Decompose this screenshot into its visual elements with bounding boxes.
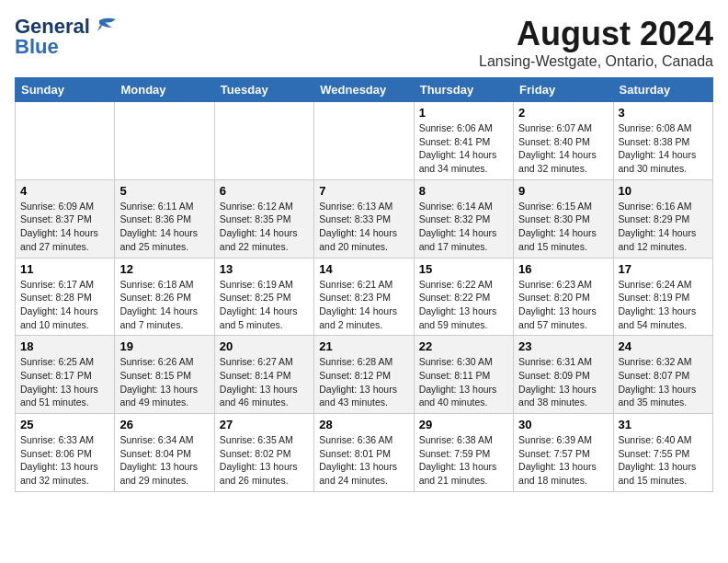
calendar-week-row: 4Sunrise: 6:09 AM Sunset: 8:37 PM Daylig… <box>16 179 713 258</box>
calendar-day-cell: 29Sunrise: 6:38 AM Sunset: 7:59 PM Dayli… <box>414 414 513 492</box>
day-info: Sunrise: 6:17 AM Sunset: 8:28 PM Dayligh… <box>20 278 109 332</box>
day-info: Sunrise: 6:25 AM Sunset: 8:17 PM Dayligh… <box>20 355 109 409</box>
day-number: 23 <box>518 339 608 353</box>
day-info: Sunrise: 6:38 AM Sunset: 7:59 PM Dayligh… <box>419 433 508 488</box>
day-number: 12 <box>119 262 209 276</box>
calendar-day-cell: 11Sunrise: 6:17 AM Sunset: 8:28 PM Dayli… <box>16 258 115 336</box>
calendar-day-cell <box>16 102 115 180</box>
day-number: 27 <box>220 418 309 431</box>
calendar-day-cell: 23Sunrise: 6:31 AM Sunset: 8:09 PM Dayli… <box>514 336 613 414</box>
calendar-day-cell: 25Sunrise: 6:33 AM Sunset: 8:06 PM Dayli… <box>16 414 115 492</box>
calendar-day-cell: 28Sunrise: 6:36 AM Sunset: 8:01 PM Dayli… <box>314 414 414 492</box>
calendar-day-cell: 2Sunrise: 6:07 AM Sunset: 8:40 PM Daylig… <box>514 102 613 180</box>
day-info: Sunrise: 6:07 AM Sunset: 8:40 PM Dayligh… <box>518 121 608 176</box>
page-header: General Blue August 2024 Lansing-Westgat… <box>15 15 713 70</box>
day-number: 21 <box>319 339 408 353</box>
calendar-table: SundayMondayTuesdayWednesdayThursdayFrid… <box>15 77 713 492</box>
day-number: 24 <box>619 339 708 353</box>
day-info: Sunrise: 6:13 AM Sunset: 8:33 PM Dayligh… <box>319 200 408 254</box>
calendar-day-cell: 8Sunrise: 6:14 AM Sunset: 8:32 PM Daylig… <box>414 179 513 258</box>
calendar-day-cell <box>115 102 214 180</box>
day-number: 2 <box>518 106 608 120</box>
day-number: 9 <box>518 184 608 198</box>
day-number: 26 <box>119 418 209 431</box>
day-number: 10 <box>619 184 708 198</box>
calendar-day-cell: 24Sunrise: 6:32 AM Sunset: 8:07 PM Dayli… <box>613 336 712 414</box>
day-of-week-header: Tuesday <box>214 78 313 102</box>
day-number: 6 <box>220 184 309 198</box>
day-number: 15 <box>419 262 508 276</box>
day-info: Sunrise: 6:27 AM Sunset: 8:14 PM Dayligh… <box>220 355 309 409</box>
day-info: Sunrise: 6:06 AM Sunset: 8:41 PM Dayligh… <box>419 121 508 176</box>
calendar-day-cell: 6Sunrise: 6:12 AM Sunset: 8:35 PM Daylig… <box>214 179 313 258</box>
calendar-day-cell: 14Sunrise: 6:21 AM Sunset: 8:23 PM Dayli… <box>314 258 414 336</box>
logo-bird-icon <box>90 17 118 37</box>
day-info: Sunrise: 6:39 AM Sunset: 7:57 PM Dayligh… <box>518 433 608 488</box>
calendar-day-cell <box>314 102 414 180</box>
calendar-day-cell: 10Sunrise: 6:16 AM Sunset: 8:29 PM Dayli… <box>613 179 712 258</box>
calendar-week-row: 11Sunrise: 6:17 AM Sunset: 8:28 PM Dayli… <box>16 258 713 336</box>
day-number: 16 <box>518 262 608 276</box>
calendar-day-cell: 21Sunrise: 6:28 AM Sunset: 8:12 PM Dayli… <box>314 336 414 414</box>
calendar-subtitle: Lansing-Westgate, Ontario, Canada <box>479 53 713 70</box>
day-info: Sunrise: 6:36 AM Sunset: 8:01 PM Dayligh… <box>319 433 408 488</box>
day-number: 13 <box>220 262 309 276</box>
calendar-day-cell: 12Sunrise: 6:18 AM Sunset: 8:26 PM Dayli… <box>115 258 214 336</box>
day-info: Sunrise: 6:34 AM Sunset: 8:04 PM Dayligh… <box>119 433 209 488</box>
day-info: Sunrise: 6:26 AM Sunset: 8:15 PM Dayligh… <box>119 355 209 409</box>
day-number: 30 <box>518 418 608 431</box>
day-number: 14 <box>319 262 408 276</box>
day-info: Sunrise: 6:33 AM Sunset: 8:06 PM Dayligh… <box>20 433 109 488</box>
day-info: Sunrise: 6:16 AM Sunset: 8:29 PM Dayligh… <box>619 200 708 254</box>
day-info: Sunrise: 6:21 AM Sunset: 8:23 PM Dayligh… <box>319 278 408 332</box>
logo: General Blue <box>15 15 118 59</box>
calendar-day-cell: 1Sunrise: 6:06 AM Sunset: 8:41 PM Daylig… <box>414 102 513 180</box>
day-info: Sunrise: 6:11 AM Sunset: 8:36 PM Dayligh… <box>119 200 209 254</box>
calendar-day-cell: 13Sunrise: 6:19 AM Sunset: 8:25 PM Dayli… <box>214 258 313 336</box>
day-info: Sunrise: 6:19 AM Sunset: 8:25 PM Dayligh… <box>220 278 309 332</box>
calendar-day-cell: 15Sunrise: 6:22 AM Sunset: 8:22 PM Dayli… <box>414 258 513 336</box>
calendar-header-row: SundayMondayTuesdayWednesdayThursdayFrid… <box>16 78 713 102</box>
day-number: 28 <box>319 418 408 431</box>
calendar-day-cell: 27Sunrise: 6:35 AM Sunset: 8:02 PM Dayli… <box>214 414 313 492</box>
day-number: 11 <box>20 262 109 276</box>
day-of-week-header: Monday <box>115 78 214 102</box>
calendar-week-row: 18Sunrise: 6:25 AM Sunset: 8:17 PM Dayli… <box>16 336 713 414</box>
day-info: Sunrise: 6:09 AM Sunset: 8:37 PM Dayligh… <box>20 200 109 254</box>
day-info: Sunrise: 6:08 AM Sunset: 8:38 PM Dayligh… <box>619 121 708 176</box>
calendar-day-cell: 17Sunrise: 6:24 AM Sunset: 8:19 PM Dayli… <box>613 258 712 336</box>
calendar-day-cell: 5Sunrise: 6:11 AM Sunset: 8:36 PM Daylig… <box>115 179 214 258</box>
day-info: Sunrise: 6:32 AM Sunset: 8:07 PM Dayligh… <box>619 355 708 409</box>
day-number: 1 <box>419 106 508 120</box>
calendar-day-cell: 7Sunrise: 6:13 AM Sunset: 8:33 PM Daylig… <box>314 179 414 258</box>
day-number: 4 <box>20 184 109 198</box>
calendar-day-cell: 26Sunrise: 6:34 AM Sunset: 8:04 PM Dayli… <box>115 414 214 492</box>
day-number: 8 <box>419 184 508 198</box>
day-of-week-header: Saturday <box>613 78 712 102</box>
day-info: Sunrise: 6:30 AM Sunset: 8:11 PM Dayligh… <box>419 355 508 409</box>
day-number: 5 <box>119 184 209 198</box>
day-info: Sunrise: 6:22 AM Sunset: 8:22 PM Dayligh… <box>419 278 508 332</box>
calendar-day-cell: 20Sunrise: 6:27 AM Sunset: 8:14 PM Dayli… <box>214 336 313 414</box>
calendar-day-cell: 16Sunrise: 6:23 AM Sunset: 8:20 PM Dayli… <box>514 258 613 336</box>
day-info: Sunrise: 6:40 AM Sunset: 7:55 PM Dayligh… <box>619 433 708 488</box>
calendar-day-cell: 3Sunrise: 6:08 AM Sunset: 8:38 PM Daylig… <box>613 102 712 180</box>
day-info: Sunrise: 6:28 AM Sunset: 8:12 PM Dayligh… <box>319 355 408 409</box>
day-number: 22 <box>419 339 508 353</box>
day-number: 18 <box>20 339 109 353</box>
calendar-day-cell: 4Sunrise: 6:09 AM Sunset: 8:37 PM Daylig… <box>16 179 115 258</box>
day-info: Sunrise: 6:18 AM Sunset: 8:26 PM Dayligh… <box>119 278 209 332</box>
calendar-day-cell: 22Sunrise: 6:30 AM Sunset: 8:11 PM Dayli… <box>414 336 513 414</box>
calendar-day-cell: 19Sunrise: 6:26 AM Sunset: 8:15 PM Dayli… <box>115 336 214 414</box>
day-of-week-header: Wednesday <box>314 78 414 102</box>
day-of-week-header: Thursday <box>414 78 513 102</box>
day-info: Sunrise: 6:15 AM Sunset: 8:30 PM Dayligh… <box>518 200 608 254</box>
day-number: 3 <box>619 106 708 120</box>
day-info: Sunrise: 6:31 AM Sunset: 8:09 PM Dayligh… <box>518 355 608 409</box>
day-info: Sunrise: 6:23 AM Sunset: 8:20 PM Dayligh… <box>518 278 608 332</box>
calendar-day-cell: 31Sunrise: 6:40 AM Sunset: 7:55 PM Dayli… <box>613 414 712 492</box>
day-of-week-header: Sunday <box>16 78 115 102</box>
calendar-week-row: 1Sunrise: 6:06 AM Sunset: 8:41 PM Daylig… <box>16 102 713 180</box>
day-of-week-header: Friday <box>514 78 613 102</box>
day-info: Sunrise: 6:24 AM Sunset: 8:19 PM Dayligh… <box>619 278 708 332</box>
